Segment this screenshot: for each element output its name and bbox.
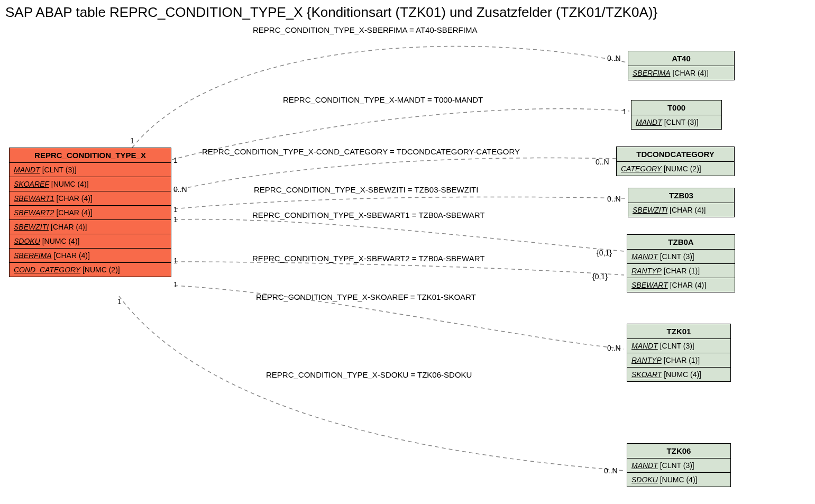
field-row: SKOAREF [NUMC (4)] [10,177,171,191]
relation-label: REPRC_CONDITION_TYPE_X-SBEWART2 = TZB0A-… [252,254,484,263]
entity-at40: AT40 SBERFIMA [CHAR (4)] [628,51,735,80]
cardinality: 1 [173,215,178,224]
field-row: CATEGORY [NUMC (2)] [617,162,734,176]
relation-label: REPRC_CONDITION_TYPE_X-COND_CATEGORY = T… [202,147,520,156]
cardinality: 0..N [173,185,187,194]
cardinality: 1 [173,256,178,265]
field-row: SDOKU [NUMC (4)] [627,473,730,487]
entity-tzb03: TZB03 SBEWZITI [CHAR (4)] [628,188,735,217]
field-row: MANDT [CLNT (3)] [10,163,171,177]
cardinality: 0..N [607,54,621,62]
relation-label: REPRC_CONDITION_TYPE_X-SBEWART1 = TZB0A-… [252,210,484,219]
entity-reprc-condition-type-x: REPRC_CONDITION_TYPE_X MANDT [CLNT (3)] … [9,148,171,277]
field-row: SBEWART2 [CHAR (4)] [10,206,171,220]
relation-label: REPRC_CONDITION_TYPE_X-SKOAREF = TZK01-S… [256,292,476,301]
field-row: COND_CATEGORY [NUMC (2)] [10,263,171,277]
entity-header: TDCONDCATEGORY [617,147,734,162]
entity-header: TZB03 [628,188,734,203]
field-row: SBERFIMA [CHAR (4)] [10,249,171,263]
field-row: MANDT [CLNT (3)] [631,115,721,129]
entity-tzb0a: TZB0A MANDT [CLNT (3)] RANTYP [CHAR (1)]… [627,234,735,292]
field-row: SBEWZITI [CHAR (4)] [10,220,171,234]
field-row: MANDT [CLNT (3)] [627,250,735,264]
relation-label: REPRC_CONDITION_TYPE_X-SDOKU = TZK06-SDO… [266,370,472,379]
entity-t000: T000 MANDT [CLNT (3)] [631,100,722,130]
entity-tzk06: TZK06 MANDT [CLNT (3)] SDOKU [NUMC (4)] [627,443,731,487]
field-row: RANTYP [CHAR (1)] [627,353,730,368]
entity-header: T000 [631,100,721,115]
cardinality: 1 [173,156,178,164]
cardinality: 0..N [607,344,621,352]
field-row: SBEWART [CHAR (4)] [627,278,735,292]
relation-label: REPRC_CONDITION_TYPE_X-SBEWZITI = TZB03-… [254,185,478,194]
cardinality: 0..N [607,195,621,203]
field-row: MANDT [CLNT (3)] [627,459,730,473]
page-title: SAP ABAP table REPRC_CONDITION_TYPE_X {K… [5,4,657,21]
entity-tzk01: TZK01 MANDT [CLNT (3)] RANTYP [CHAR (1)]… [627,324,731,382]
cardinality: 1 [173,280,178,289]
cardinality: 0..N [596,158,609,166]
entity-header: TZK06 [627,444,730,459]
cardinality: {0,1} [592,272,608,281]
cardinality: 1 [130,136,134,145]
entity-header: TZK01 [627,324,730,339]
cardinality: {0,1} [597,249,612,257]
field-row: RANTYP [CHAR (1)] [627,264,735,278]
relation-label: REPRC_CONDITION_TYPE_X-MANDT = T000-MAND… [283,95,483,104]
field-row: SKOART [NUMC (4)] [627,368,730,381]
cardinality: 1 [622,107,627,116]
field-row: MANDT [CLNT (3)] [627,339,730,353]
field-row: SDOKU [NUMC (4)] [10,234,171,249]
entity-tdcondcategory: TDCONDCATEGORY CATEGORY [NUMC (2)] [616,146,735,176]
cardinality: 0..N [604,466,618,475]
field-row: SBERFIMA [CHAR (4)] [628,66,734,80]
field-row: SBEWART1 [CHAR (4)] [10,191,171,206]
entity-header: TZB0A [627,235,735,250]
entity-header: REPRC_CONDITION_TYPE_X [10,148,171,163]
entity-header: AT40 [628,51,734,66]
cardinality: 1 [173,205,178,214]
relation-label: REPRC_CONDITION_TYPE_X-SBERFIMA = AT40-S… [253,25,477,34]
cardinality: 1 [117,297,122,306]
field-row: SBEWZITI [CHAR (4)] [628,203,734,217]
